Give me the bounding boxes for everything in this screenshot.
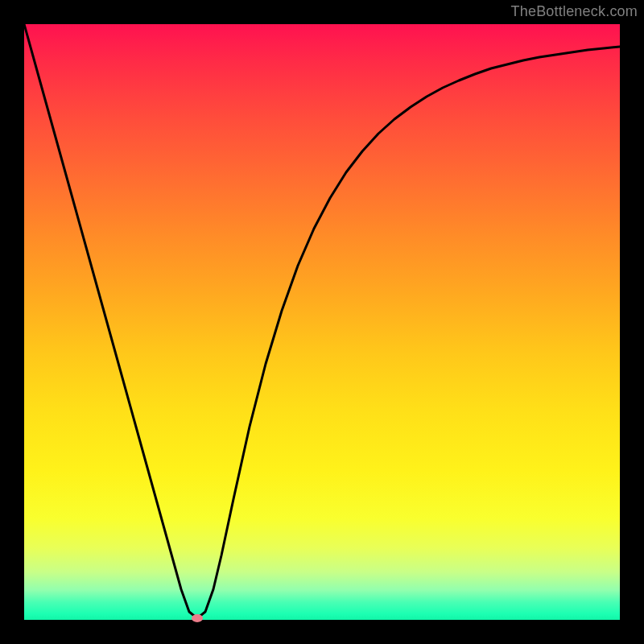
- chart-container: TheBottleneck.com: [0, 0, 644, 644]
- watermark-text: TheBottleneck.com: [511, 3, 638, 20]
- plot-gradient-background: [24, 24, 620, 620]
- minimum-marker: [192, 614, 203, 622]
